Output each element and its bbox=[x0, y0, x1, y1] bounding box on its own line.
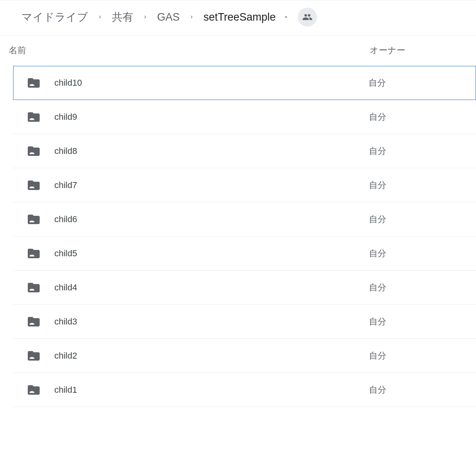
chevron-right-icon bbox=[187, 12, 196, 22]
shared-folder-icon bbox=[27, 383, 41, 397]
people-icon bbox=[302, 12, 313, 22]
chevron-right-icon bbox=[140, 12, 150, 22]
shared-folder-icon bbox=[27, 178, 41, 192]
table-row[interactable]: child3自分 bbox=[13, 305, 476, 339]
table-row[interactable]: child5自分 bbox=[13, 236, 476, 271]
row-owner: 自分 bbox=[369, 248, 476, 259]
file-list: child10自分child9自分child8自分child7自分child6自… bbox=[0, 66, 476, 407]
table-row[interactable]: child2自分 bbox=[13, 339, 476, 373]
table-row[interactable]: child7自分 bbox=[13, 168, 476, 202]
row-owner: 自分 bbox=[369, 77, 476, 89]
shared-folder-icon bbox=[27, 76, 41, 90]
row-name: child8 bbox=[54, 146, 369, 156]
breadcrumb-item-shared[interactable]: 共有 bbox=[110, 9, 135, 25]
row-name: child7 bbox=[54, 180, 369, 190]
chevron-right-icon bbox=[95, 12, 105, 22]
table-row[interactable]: child1自分 bbox=[13, 373, 476, 407]
column-headers: 名前 オーナー bbox=[0, 36, 476, 66]
row-name: child9 bbox=[54, 112, 369, 122]
dropdown-arrow-icon[interactable] bbox=[283, 14, 289, 20]
row-name: child5 bbox=[54, 248, 369, 259]
row-owner: 自分 bbox=[369, 316, 476, 328]
breadcrumb-item-gas[interactable]: GAS bbox=[155, 10, 181, 24]
header-owner[interactable]: オーナー bbox=[357, 44, 405, 56]
row-name: child2 bbox=[54, 351, 369, 361]
row-name: child6 bbox=[54, 214, 369, 225]
breadcrumb-item-mydrive[interactable]: マイドライブ bbox=[20, 9, 90, 25]
shared-folder-icon bbox=[27, 280, 41, 295]
header-name[interactable]: 名前 bbox=[0, 44, 357, 56]
table-row[interactable]: child9自分 bbox=[13, 100, 476, 134]
breadcrumb: マイドライブ 共有 GAS setTreeSample bbox=[0, 0, 476, 36]
row-owner: 自分 bbox=[369, 111, 476, 123]
row-owner: 自分 bbox=[369, 179, 476, 191]
row-name: child3 bbox=[54, 317, 369, 327]
shared-folder-icon bbox=[27, 246, 41, 261]
shared-folder-icon bbox=[27, 144, 41, 158]
row-owner: 自分 bbox=[369, 350, 476, 362]
row-name: child4 bbox=[54, 282, 369, 293]
row-owner: 自分 bbox=[369, 213, 476, 225]
table-row[interactable]: child8自分 bbox=[13, 134, 476, 168]
row-name: child1 bbox=[54, 385, 369, 395]
row-owner: 自分 bbox=[369, 282, 476, 294]
row-owner: 自分 bbox=[369, 145, 476, 157]
table-row[interactable]: child10自分 bbox=[13, 66, 476, 100]
table-row[interactable]: child4自分 bbox=[13, 271, 476, 305]
row-name: child10 bbox=[54, 78, 369, 88]
shared-folder-icon bbox=[27, 110, 41, 124]
shared-folder-icon bbox=[27, 349, 41, 363]
table-row[interactable]: child6自分 bbox=[13, 202, 476, 236]
breadcrumb-item-current[interactable]: setTreeSample bbox=[202, 10, 277, 24]
share-button[interactable] bbox=[298, 8, 317, 27]
shared-folder-icon bbox=[27, 315, 41, 329]
row-owner: 自分 bbox=[369, 384, 476, 396]
shared-folder-icon bbox=[27, 212, 41, 227]
